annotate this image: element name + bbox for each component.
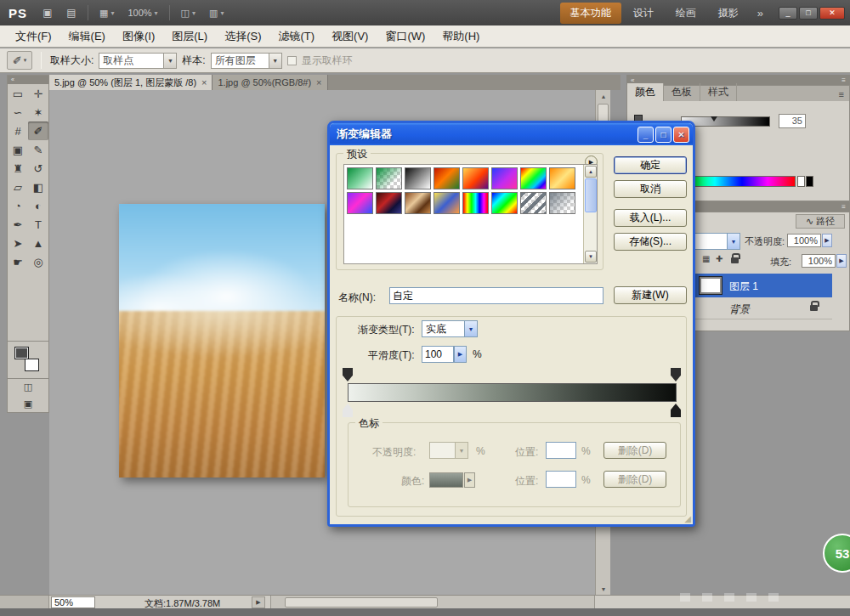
workspace-tab-essentials[interactable]: 基本功能: [560, 3, 621, 24]
document-tab-active[interactable]: 5.jpg @ 50% (图层 1, 图层蒙版 /8) ×: [49, 75, 212, 90]
tool-eraser[interactable]: ▱: [8, 178, 28, 196]
close-icon[interactable]: ✕: [673, 127, 689, 143]
zoom-level-dropdown[interactable]: 100% ▾: [124, 6, 161, 20]
show-sampling-ring-checkbox[interactable]: [287, 56, 297, 65]
horizontal-scroll-thumb[interactable]: [285, 597, 438, 608]
menu-filter[interactable]: 滤镜(T): [269, 25, 323, 48]
gradient-preset[interactable]: [347, 192, 373, 214]
tab-swatches[interactable]: 色板: [664, 83, 700, 101]
minibridge-icon[interactable]: ▤: [61, 4, 82, 21]
status-zoom-field[interactable]: 50%: [51, 596, 95, 608]
stop-location-input[interactable]: [546, 471, 576, 488]
minimize-button[interactable]: _: [638, 127, 654, 143]
tool-type[interactable]: T: [28, 215, 48, 234]
tool-blur[interactable]: ◔: [8, 196, 28, 215]
smoothness-arrow-icon[interactable]: ▶: [454, 346, 467, 363]
tools-panel-header[interactable]: «: [8, 76, 48, 84]
tool-history-brush[interactable]: ↺: [28, 159, 48, 178]
workspace-overflow-chevron[interactable]: »: [751, 7, 770, 20]
scroll-down-icon[interactable]: ▼: [596, 583, 611, 595]
smoothness-input[interactable]: [422, 346, 454, 363]
gradient-preset[interactable]: [491, 192, 518, 214]
minimize-button[interactable]: _: [779, 7, 797, 20]
maximize-button[interactable]: □: [655, 127, 672, 143]
slider-handle[interactable]: [711, 116, 717, 122]
screen-mode-dropdown[interactable]: ◫ ▾: [178, 6, 199, 20]
panel-menu-icon[interactable]: ≡: [842, 76, 846, 84]
presets-scrollbar[interactable]: ▲ ▼: [583, 165, 597, 263]
panel-menu-icon[interactable]: ≡: [842, 203, 846, 211]
tool-healing-brush[interactable]: ▣: [8, 140, 28, 159]
menu-window[interactable]: 窗口(W): [377, 25, 434, 48]
opacity-stop-right[interactable]: [671, 368, 681, 381]
bridge-icon[interactable]: ▣: [37, 4, 58, 21]
tool-crop[interactable]: #: [8, 122, 28, 140]
gradient-preset[interactable]: [549, 167, 575, 189]
lock-all-icon[interactable]: [731, 257, 739, 263]
scroll-up-icon[interactable]: ▲: [585, 166, 597, 178]
black-swatch[interactable]: [806, 176, 813, 187]
tool-pen[interactable]: ✒: [8, 215, 28, 234]
tab-styles[interactable]: 样式: [700, 83, 737, 101]
close-icon[interactable]: ×: [201, 77, 207, 88]
gradient-preset[interactable]: [491, 167, 518, 189]
scroll-up-icon[interactable]: ▲: [596, 90, 611, 102]
lock-position-icon[interactable]: ✚: [716, 254, 722, 263]
menu-layer[interactable]: 图层(L): [163, 25, 216, 48]
gradient-type-select[interactable]: 实底 ▼: [422, 320, 478, 337]
gradient-preset[interactable]: [376, 192, 402, 214]
workspace-tab-painting[interactable]: 绘画: [666, 3, 706, 24]
gradient-preset[interactable]: [376, 167, 402, 189]
gradient-preset[interactable]: [462, 192, 489, 214]
tool-magic-wand[interactable]: ✶: [28, 103, 48, 122]
lock-transparency-icon[interactable]: ▦: [702, 254, 710, 263]
workspace-tab-photography[interactable]: 摄影: [708, 3, 749, 24]
gradient-preset[interactable]: [549, 192, 575, 214]
menu-help[interactable]: 帮助(H): [434, 25, 488, 48]
horizontal-scrollbar[interactable]: [270, 596, 595, 609]
tool-move[interactable]: ✛: [28, 84, 48, 103]
sample-select[interactable]: 所有图层 ▼: [211, 53, 282, 69]
stop-location-input[interactable]: [546, 442, 576, 459]
tab-paths[interactable]: ∿ 路径: [796, 214, 845, 229]
name-input[interactable]: [389, 287, 604, 304]
tool-brush[interactable]: ✎: [28, 140, 48, 159]
tool-hand[interactable]: ☛: [8, 252, 28, 271]
opacity-arrow-icon[interactable]: ▶: [822, 234, 832, 247]
gradient-preset[interactable]: [462, 167, 489, 189]
document-tab-inactive[interactable]: 1.jpg @ 50%(RGB/8#) ×: [212, 75, 327, 90]
color-stop-right[interactable]: [671, 404, 681, 417]
new-button[interactable]: 新建(W): [614, 286, 687, 304]
scroll-thumb[interactable]: [585, 178, 597, 212]
menu-image[interactable]: 图像(I): [114, 25, 163, 48]
fill-value[interactable]: 100%: [802, 254, 836, 268]
save-button[interactable]: 存储(S)...: [614, 233, 687, 251]
restore-button[interactable]: □: [799, 7, 818, 20]
menu-edit[interactable]: 编辑(E): [60, 25, 114, 48]
current-tool-dropdown[interactable]: ✐ ▾: [7, 51, 32, 70]
screen-mode-cycle-icon[interactable]: ▣: [24, 398, 32, 410]
foreground-color-swatch[interactable]: [14, 347, 29, 359]
opacity-value[interactable]: 100%: [787, 234, 821, 247]
tool-dodge[interactable]: ◐: [28, 196, 48, 215]
gradient-preset[interactable]: [520, 192, 547, 214]
background-color-swatch[interactable]: [25, 359, 39, 371]
tool-zoom[interactable]: ◎: [28, 252, 48, 271]
resize-grip-icon[interactable]: ◢: [684, 514, 691, 523]
layer-mask-thumbnail[interactable]: [700, 277, 722, 294]
quick-mask-icon[interactable]: ◫: [24, 381, 32, 393]
tool-lasso[interactable]: ∽: [8, 103, 28, 122]
tool-gradient[interactable]: ◧: [28, 178, 48, 196]
opacity-stop-left[interactable]: [343, 368, 353, 381]
arrange-documents-dropdown[interactable]: ▥ ▾: [206, 6, 227, 20]
load-button[interactable]: 载入(L)...: [614, 209, 687, 227]
menu-view[interactable]: 视图(V): [323, 25, 377, 48]
gradient-preset[interactable]: [434, 192, 460, 214]
gradient-preset[interactable]: [405, 192, 431, 214]
view-extras-dropdown[interactable]: ▦ ▾: [96, 6, 117, 20]
fill-arrow-icon[interactable]: ▶: [836, 254, 847, 268]
scroll-down-icon[interactable]: ▼: [585, 251, 597, 263]
workspace-tab-design[interactable]: 设计: [623, 3, 664, 24]
ok-button[interactable]: 确定: [614, 156, 687, 174]
gradient-preset[interactable]: [347, 167, 373, 189]
